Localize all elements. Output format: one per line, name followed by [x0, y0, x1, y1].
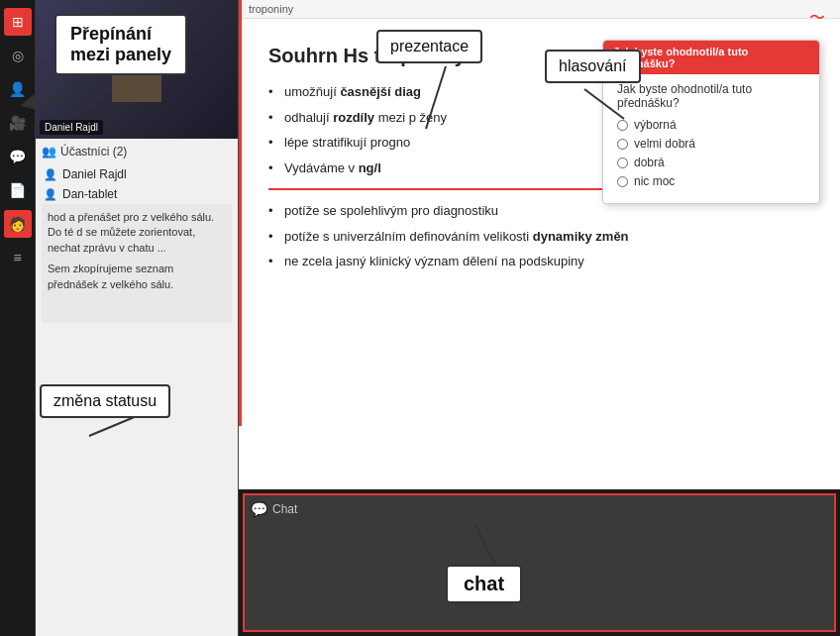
tooltip-hlasovani: hlasování [545, 50, 641, 83]
breadcrumb-text: troponiny [249, 3, 293, 15]
tooltip-chat: chat [446, 565, 522, 603]
participants-label: Účastníci (2) [60, 145, 127, 159]
option-label-4: nic moc [634, 174, 675, 188]
chat-bubble-icon: 💬 [251, 501, 267, 517]
participant-icon-2: 👤 [44, 188, 57, 201]
tooltip-zmena-statusu-label: změna statusu [53, 392, 157, 409]
left-chat-message-1: hod a přenášet pro z velkého sálu. Do té… [48, 210, 226, 256]
bullet-item-7: ne zcela jasný klinický význam dělení na… [268, 249, 810, 274]
users-icon: 👥 [42, 145, 56, 159]
voting-option-4[interactable]: nic moc [617, 174, 805, 188]
radio-4[interactable] [617, 176, 628, 187]
sidebar: ⊞ ◎ 👤 🎥 💬 📄 🧑 ≡ [0, 0, 36, 636]
ecg-line: 〜 [809, 8, 825, 29]
left-chat-message-2: Sem zkopírujeme seznam přednášek z velké… [48, 262, 226, 292]
sidebar-icon-target[interactable]: ◎ [4, 42, 32, 69]
video-name-tag: Daniel Rajdl [40, 120, 103, 135]
right-panel: troponiny 〜 Souhrn Hs troponiny umožňují… [239, 0, 840, 636]
breadcrumb-bar: troponiny [239, 0, 840, 19]
sidebar-icon-video[interactable]: 🎥 [4, 109, 32, 137]
sidebar-icon-user[interactable]: 👤 [4, 75, 32, 103]
bottom-chat: 💬 Chat [243, 493, 836, 632]
option-label-1: výborná [634, 118, 677, 132]
main-container: ⊞ ◎ 👤 🎥 💬 📄 🧑 ≡ Daniel Rajdl 👥 Účastníci… [0, 0, 840, 636]
red-vertical-line [239, 0, 242, 426]
sidebar-icon-menu[interactable]: ≡ [4, 244, 32, 271]
participants-header: 👥 Účastníci (2) [42, 145, 232, 159]
sidebar-icon-chat[interactable]: 💬 [4, 143, 32, 170]
left-chat-area: hod a přenášet pro z velkého sálu. Do té… [42, 204, 232, 323]
tooltip-zmena-statusu: změna statusu [40, 384, 170, 418]
chat-body[interactable] [251, 523, 828, 624]
participant-item-2[interactable]: 👤 Dan-tablet [42, 184, 232, 204]
bullet-item-6: potíže s univerzálním definováním veliko… [268, 224, 810, 250]
tooltip-prezentace-label: prezentace [390, 38, 469, 54]
tooltip-chat-label: chat [464, 573, 504, 594]
voting-question: Jak byste ohodnotil/a tuto přednášku? [617, 82, 805, 110]
voting-option-3[interactable]: dobrá [617, 156, 805, 169]
radio-3[interactable] [617, 158, 628, 168]
chat-header: 💬 Chat [251, 501, 828, 517]
participant-item-1[interactable]: 👤 Daniel Rajdl [42, 164, 232, 184]
voting-option-2[interactable]: velmi dobrá [617, 137, 805, 151]
tooltip-prepinani-line2: mezi panely [70, 45, 171, 65]
participant-active-icon: 👤 [44, 168, 57, 181]
participant-name-1: Daniel Rajdl [62, 167, 127, 181]
sidebar-icon-person[interactable]: 🧑 [4, 210, 32, 238]
chat-header-label: Chat [272, 502, 297, 516]
bullet-list-bottom: potíže se spolehlivým pro diagnostiku po… [268, 198, 810, 274]
tooltip-prepinani: Přepínání mezi panely [54, 14, 187, 75]
sidebar-icon-grid[interactable]: ⊞ [4, 8, 32, 36]
tooltip-hlasovani-label: hlasování [559, 57, 627, 74]
radio-2[interactable] [617, 139, 628, 150]
option-label-2: velmi dobrá [634, 137, 695, 151]
left-panel: Daniel Rajdl 👥 Účastníci (2) 👤 Daniel Ra… [36, 0, 239, 636]
participant-name-2: Dan-tablet [62, 187, 117, 201]
tooltip-prezentace: prezentace [376, 30, 482, 63]
sidebar-icon-doc[interactable]: 📄 [4, 176, 32, 204]
presentation-area: troponiny 〜 Souhrn Hs troponiny umožňují… [239, 0, 840, 489]
voting-option-1[interactable]: výborná [617, 118, 805, 132]
tooltip-prepinani-line1: Přepínání [70, 24, 171, 45]
option-label-3: dobrá [634, 156, 665, 169]
radio-1[interactable] [617, 120, 628, 131]
